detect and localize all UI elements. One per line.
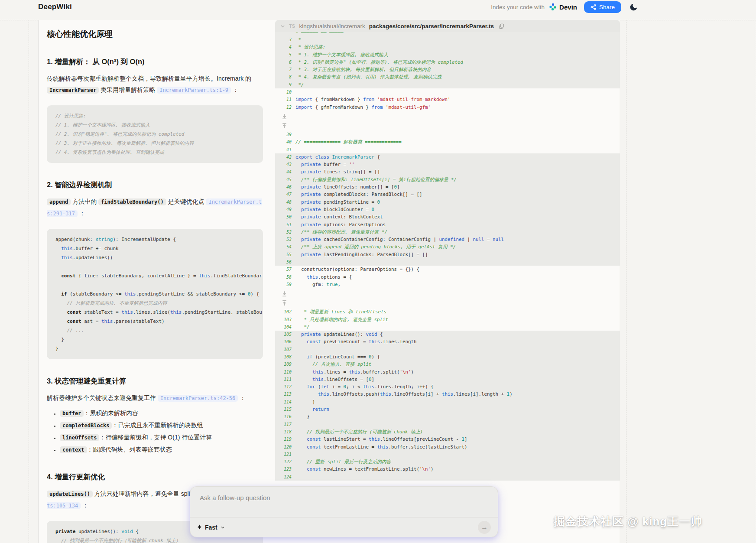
repo-name[interactable]: kingshuaishuai/incremark: [299, 23, 365, 29]
code-line: 109 // 首次输入, 直接 split: [275, 361, 620, 368]
code-token: this: [61, 255, 73, 260]
code-token: [295, 244, 301, 250]
send-button[interactable]: →: [478, 521, 491, 534]
line-number: 121: [275, 451, 292, 458]
code-token: from: [372, 104, 383, 110]
code-line: 113 this.lineOffsets.push(this.lineOffse…: [275, 390, 620, 398]
code-line: 46 private lineOffsets: number[] = [0]: [275, 183, 620, 191]
line-content: this.options = {: [292, 273, 352, 281]
file-citation-link[interactable]: IncremarkParser.ts:1-9: [157, 87, 231, 94]
share-button[interactable]: Share: [584, 1, 621, 13]
code-token: [295, 207, 301, 212]
header-right-group: Index your code with Devin Share: [491, 1, 638, 13]
followup-toolbar: Fast →: [190, 517, 498, 537]
code-token: 0: [377, 199, 380, 205]
code-line: 111 this.lineOffsets = [0]: [275, 376, 620, 383]
line-number: 115: [275, 406, 292, 413]
code-token: append(chunk:: [55, 237, 96, 242]
code-token: this: [101, 319, 113, 324]
copy-path-button[interactable]: [499, 23, 504, 29]
section-heading: 3. 状态管理避免重复计算: [47, 377, 263, 386]
code-token: this: [312, 369, 324, 375]
deepwiki-logo[interactable]: DeepWiki: [38, 3, 72, 11]
code-token: const: [307, 339, 321, 345]
code-token: // 首次输入, 直接 split: [312, 361, 371, 367]
inline-code: context: [60, 446, 87, 453]
file-citation-link[interactable]: IncremarkParser.ts:42-56: [158, 395, 238, 402]
doc-code-line: // ...: [55, 326, 254, 335]
code-token: [295, 429, 307, 435]
code-token: }: [295, 414, 310, 419]
followup-input[interactable]: [190, 487, 498, 517]
code-token: i =: [329, 384, 344, 390]
line-content: * 只处理新增的内容, 避免全量 split: [292, 316, 388, 323]
code-token: [295, 459, 307, 465]
code-token: lastPendingBlocks: ParsedBlock[] = []: [321, 252, 428, 257]
collapse-chevron-icon[interactable]: [280, 24, 285, 29]
line-number: 51: [275, 221, 292, 228]
code-token: this: [170, 309, 182, 315]
expand-up-button[interactable]: [281, 299, 288, 306]
code-token: }: [55, 346, 58, 351]
code-token: [55, 246, 61, 251]
code-token: null: [493, 237, 504, 242]
page-title: 核心性能优化原理: [47, 29, 263, 40]
code-token: // 重新 split 最后一行及之后的内容: [307, 459, 391, 465]
code-token: ): [431, 466, 434, 472]
code-token: private: [301, 162, 321, 167]
line-content: private pendingStartLine = 0: [292, 198, 380, 206]
frame-dashed-vertical-left: [29, 20, 29, 543]
code-token: 'mdast-util-gfm': [386, 104, 431, 110]
watermark-text: 掘金技术社区 @ king王一帅: [554, 514, 702, 529]
doc-code-line: if (stableBoundary >= this.pendingStartL…: [55, 289, 254, 299]
code-token: const: [67, 309, 81, 315]
code-token: |: [464, 237, 473, 242]
code-token: .buffer += chunk: [73, 246, 119, 251]
code-token: .lines.slice(: [133, 309, 170, 315]
code-token: [295, 444, 307, 450]
doc-code-line: // 4. 复杂嵌套节点作为整体处理, 直到确认完成: [55, 148, 254, 157]
code-line: 114 }: [275, 398, 620, 406]
line-number: 123: [275, 465, 292, 473]
doc-code-line: }: [55, 335, 254, 344]
expand-up-button[interactable]: [281, 122, 288, 129]
code-token: this: [307, 274, 318, 280]
code-token: }: [55, 337, 64, 342]
code-token: '': [349, 162, 355, 167]
code-token: // ...: [67, 328, 84, 333]
code-token: [55, 273, 61, 279]
code-line: 8 * 4. 复杂嵌套节点 (如列表、引用) 作为整体处理, 直到确认完成: [275, 73, 620, 81]
code-line: 49 private blockIdCounter = 0: [275, 206, 620, 213]
theme-toggle-button[interactable]: [629, 3, 638, 12]
inline-code: buffer: [60, 410, 84, 417]
paragraph-text: ：: [231, 86, 239, 93]
devin-link[interactable]: Devin: [549, 3, 577, 11]
model-speed-selector[interactable]: Fast: [197, 524, 225, 531]
code-line: 6 * 2. 识别"稳定边界" (如空行、标题等), 将已完成的块标记为 com…: [275, 59, 620, 66]
line-number: 119: [275, 436, 292, 443]
line-number: 45: [275, 176, 292, 183]
code-token: [55, 319, 67, 324]
line-number: 6: [275, 59, 292, 66]
line-number: 114: [275, 398, 292, 406]
code-token: this: [318, 391, 329, 397]
code-token: options: ParserOptions: [321, 222, 386, 228]
code-token: const: [307, 436, 321, 442]
doc-code-line: this.buffer += chunk: [55, 244, 254, 253]
doc-code-line: // 只解析新完成的块, 不重复解析已完成内容: [55, 299, 254, 308]
doc-code-line: // 1. 维护一个文本缓冲区, 接收流式输入: [55, 120, 254, 130]
doc-code-line: }: [55, 344, 254, 353]
code-token: private: [301, 214, 321, 220]
file-path[interactable]: packages/core/src/parser/IncremarkParser…: [369, 23, 494, 29]
code-token: .lines.length; i++) {: [374, 384, 434, 390]
code-token: this: [121, 309, 133, 315]
line-content: */: [292, 323, 310, 331]
line-content: [292, 258, 299, 266]
expand-down-button[interactable]: [281, 113, 288, 120]
expand-down-button[interactable]: [281, 290, 288, 298]
code-line: 9 */: [275, 81, 620, 88]
line-number: 113: [275, 390, 292, 398]
code-viewer-header: TS kingshuaishuai/incremark packages/cor…: [275, 20, 620, 32]
inline-code: findStableBoundary(): [98, 198, 166, 205]
code-line: 121: [275, 451, 620, 458]
